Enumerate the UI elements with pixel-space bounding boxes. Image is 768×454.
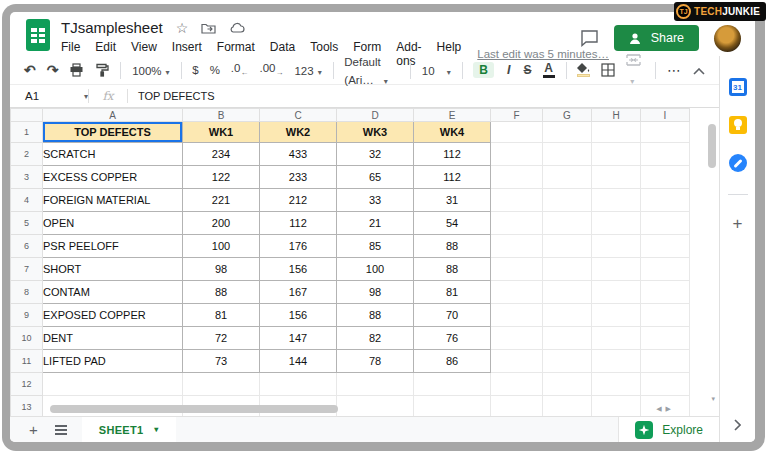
- cell-D6[interactable]: 85: [337, 235, 414, 258]
- cell-E5[interactable]: 54: [414, 212, 491, 235]
- cell-C7[interactable]: 156: [260, 258, 337, 281]
- cell-H9[interactable]: [592, 304, 641, 327]
- column-header-d[interactable]: D: [337, 109, 414, 122]
- cell-D5[interactable]: 21: [337, 212, 414, 235]
- column-header-i[interactable]: I: [641, 109, 690, 122]
- horizontal-scrollbar[interactable]: [44, 405, 644, 413]
- redo-icon[interactable]: ↷: [47, 63, 59, 77]
- fill-color-button[interactable]: [577, 63, 590, 77]
- row-header-3[interactable]: 3: [11, 166, 43, 189]
- text-color-button[interactable]: A: [543, 62, 555, 78]
- keep-icon[interactable]: [729, 116, 747, 134]
- cell-G7[interactable]: [543, 258, 592, 281]
- collapse-toolbar-button[interactable]: [693, 61, 705, 79]
- sheet-tab[interactable]: SHEET1▾: [82, 417, 176, 442]
- cell-F2[interactable]: [491, 143, 543, 166]
- cell-I7[interactable]: [641, 258, 690, 281]
- row-header-11[interactable]: 11: [11, 350, 43, 373]
- italic-button[interactable]: I: [505, 63, 512, 77]
- row-header-9[interactable]: 9: [11, 304, 43, 327]
- cell-A7[interactable]: SHORT: [43, 258, 183, 281]
- cell-H7[interactable]: [592, 258, 641, 281]
- cell-D12[interactable]: [337, 373, 414, 396]
- borders-button[interactable]: [601, 63, 615, 77]
- cell-E4[interactable]: 31: [414, 189, 491, 212]
- cell-D10[interactable]: 82: [337, 327, 414, 350]
- scroll-down-icon[interactable]: ▾: [711, 395, 715, 403]
- cell-C5[interactable]: 112: [260, 212, 337, 235]
- cell-B9[interactable]: 81: [183, 304, 260, 327]
- cell-B10[interactable]: 72: [183, 327, 260, 350]
- cell-E8[interactable]: 81: [414, 281, 491, 304]
- cell-I2[interactable]: [641, 143, 690, 166]
- cell-B11[interactable]: 73: [183, 350, 260, 373]
- cell-I11[interactable]: [641, 350, 690, 373]
- column-header-c[interactable]: C: [260, 109, 337, 122]
- cell-B8[interactable]: 88: [183, 281, 260, 304]
- cell-H4[interactable]: [592, 189, 641, 212]
- cell-G10[interactable]: [543, 327, 592, 350]
- cell-C12[interactable]: [260, 373, 337, 396]
- column-header-h[interactable]: H: [592, 109, 641, 122]
- column-header-a[interactable]: A: [43, 109, 183, 122]
- row-header-5[interactable]: 5: [11, 212, 43, 235]
- cell-I1[interactable]: [641, 122, 690, 143]
- cell-I3[interactable]: [641, 166, 690, 189]
- cell-B6[interactable]: 100: [183, 235, 260, 258]
- cell-F11[interactable]: [491, 350, 543, 373]
- print-icon[interactable]: [69, 63, 84, 77]
- cell-C3[interactable]: 233: [260, 166, 337, 189]
- decrease-decimal-button[interactable]: .0←: [231, 62, 249, 77]
- cell-A9[interactable]: EXPOSED COPPER: [43, 304, 183, 327]
- cell-E9[interactable]: 70: [414, 304, 491, 327]
- merge-cells-button[interactable]: ▾: [626, 52, 644, 88]
- cell-H12[interactable]: [592, 373, 641, 396]
- row-header-1[interactable]: 1: [11, 122, 43, 143]
- horizontal-scroll-thumb[interactable]: [50, 405, 338, 413]
- cell-D8[interactable]: 98: [337, 281, 414, 304]
- cell-I12[interactable]: [641, 373, 690, 396]
- cell-E2[interactable]: 112: [414, 143, 491, 166]
- cell-D4[interactable]: 33: [337, 189, 414, 212]
- cell-I6[interactable]: [641, 235, 690, 258]
- add-sheet-button[interactable]: +: [29, 422, 38, 437]
- cell-A2[interactable]: SCRATCH: [43, 143, 183, 166]
- cell-F10[interactable]: [491, 327, 543, 350]
- cell-C8[interactable]: 167: [260, 281, 337, 304]
- format-percent-button[interactable]: %: [210, 64, 220, 76]
- cell-B4[interactable]: 221: [183, 189, 260, 212]
- cell-B5[interactable]: 200: [183, 212, 260, 235]
- cell-E10[interactable]: 76: [414, 327, 491, 350]
- increase-decimal-button[interactable]: .00→: [259, 62, 283, 77]
- sheets-logo-icon[interactable]: [26, 19, 50, 56]
- bold-button[interactable]: B: [473, 62, 494, 78]
- cell-B7[interactable]: 98: [183, 258, 260, 281]
- horizontal-scroll-arrows[interactable]: ◀▶: [656, 405, 675, 413]
- cell-I9[interactable]: [641, 304, 690, 327]
- cloud-status-icon[interactable]: [229, 22, 245, 33]
- cell-E12[interactable]: [414, 373, 491, 396]
- comment-icon[interactable]: [580, 29, 599, 47]
- cell-F6[interactable]: [491, 235, 543, 258]
- cell-G8[interactable]: [543, 281, 592, 304]
- add-addon-button[interactable]: +: [733, 215, 743, 232]
- cell-A11[interactable]: LIFTED PAD: [43, 350, 183, 373]
- cell-G6[interactable]: [543, 235, 592, 258]
- cell-C9[interactable]: 156: [260, 304, 337, 327]
- cell-H11[interactable]: [592, 350, 641, 373]
- column-header-e[interactable]: E: [414, 109, 491, 122]
- star-icon[interactable]: ☆: [176, 21, 189, 35]
- cell-E7[interactable]: 88: [414, 258, 491, 281]
- cell-G12[interactable]: [543, 373, 592, 396]
- cell-I5[interactable]: [641, 212, 690, 235]
- row-header-7[interactable]: 7: [11, 258, 43, 281]
- cell-H8[interactable]: [592, 281, 641, 304]
- row-header-12[interactable]: 12: [11, 373, 43, 396]
- cell-G4[interactable]: [543, 189, 592, 212]
- cell-H2[interactable]: [592, 143, 641, 166]
- cell-D9[interactable]: 88: [337, 304, 414, 327]
- cell-F4[interactable]: [491, 189, 543, 212]
- row-header-8[interactable]: 8: [11, 281, 43, 304]
- cell-I8[interactable]: [641, 281, 690, 304]
- select-all-corner[interactable]: [11, 109, 43, 122]
